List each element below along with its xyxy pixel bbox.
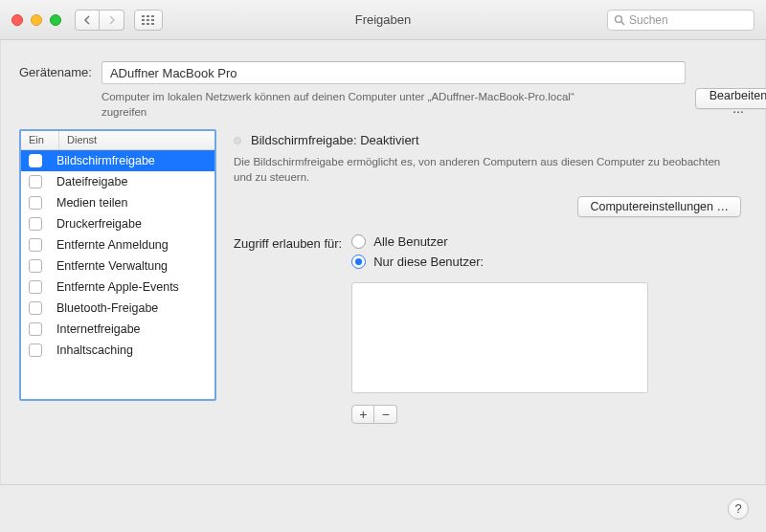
service-item[interactable]: Entfernte Verwaltung	[21, 255, 214, 277]
service-item-label: Medien teilen	[56, 196, 127, 210]
computer-settings-button[interactable]: Computereinstellungen …	[577, 196, 741, 217]
help-button[interactable]: ?	[728, 499, 749, 520]
column-service[interactable]: Dienst	[59, 131, 214, 149]
svg-rect-0	[142, 15, 145, 17]
checkbox-icon[interactable]	[29, 301, 42, 315]
device-name-row: Gerätename: Computer im lokalen Netzwerk…	[0, 40, 766, 125]
close-icon[interactable]	[11, 14, 23, 26]
search-field[interactable]	[607, 10, 755, 31]
service-list-panel: Ein Dienst BildschirmfreigabeDateifreiga…	[19, 129, 216, 401]
service-list[interactable]: BildschirmfreigabeDateifreigabeMedien te…	[21, 150, 214, 399]
back-button[interactable]	[75, 10, 100, 31]
radio-all-label: Alle Benutzer	[373, 234, 447, 249]
search-icon	[614, 14, 625, 26]
access-row: Zugriff erlauben für: Alle Benutzer Nur …	[234, 234, 747, 424]
device-name-input[interactable]	[101, 61, 686, 84]
add-remove-controls: + −	[351, 405, 648, 424]
checkbox-icon[interactable]	[29, 322, 42, 336]
service-list-header: Ein Dienst	[21, 131, 214, 150]
service-item[interactable]: Bluetooth-Freigabe	[21, 298, 214, 319]
radio-all-users[interactable]: Alle Benutzer	[351, 234, 648, 249]
column-on[interactable]: Ein	[21, 131, 59, 149]
service-item-label: Dateifreigabe	[56, 175, 127, 188]
forward-button[interactable]	[100, 10, 124, 31]
svg-rect-4	[146, 19, 149, 21]
minimize-icon[interactable]	[31, 14, 42, 26]
radio-only-label: Nur diese Benutzer:	[373, 255, 484, 269]
zoom-icon[interactable]	[50, 14, 61, 26]
svg-rect-5	[151, 19, 154, 21]
status-text: Bildschirmfreigabe: Deaktiviert	[251, 133, 419, 147]
svg-line-10	[621, 21, 624, 24]
checkbox-icon[interactable]	[29, 238, 42, 252]
service-item-label: Druckerfreigabe	[56, 217, 142, 231]
allowed-users-list[interactable]	[351, 282, 648, 393]
service-item-label: Internetfreigabe	[56, 322, 141, 336]
checkbox-icon[interactable]	[29, 217, 42, 231]
checkbox-icon[interactable]	[29, 175, 42, 188]
add-user-button[interactable]: +	[351, 405, 374, 424]
service-item[interactable]: Entfernte Apple-Events	[21, 277, 214, 298]
checkbox-icon[interactable]	[29, 154, 42, 167]
service-item[interactable]: Druckerfreigabe	[21, 213, 214, 234]
window-controls	[11, 14, 61, 26]
access-label: Zugriff erlauben für:	[234, 234, 342, 251]
radio-icon	[351, 255, 366, 269]
edit-hostname-button[interactable]: Bearbeiten …	[695, 88, 766, 109]
search-input[interactable]	[629, 13, 766, 27]
svg-rect-2	[151, 15, 154, 17]
radio-icon	[351, 234, 366, 249]
service-description: Die Bildschirmfreigabe ermöglicht es, vo…	[234, 155, 732, 185]
radio-only-users[interactable]: Nur diese Benutzer:	[351, 255, 648, 269]
service-item-label: Bildschirmfreigabe	[56, 154, 155, 167]
service-item[interactable]: Dateifreigabe	[21, 171, 214, 192]
device-name-label: Gerätename:	[19, 61, 92, 79]
service-item-label: Entfernte Verwaltung	[56, 259, 168, 273]
device-hint: Computer im lokalen Netzwerk können auf …	[101, 90, 609, 120]
checkbox-icon[interactable]	[29, 259, 42, 273]
checkbox-icon[interactable]	[29, 280, 42, 294]
service-item-label: Entfernte Apple-Events	[56, 280, 179, 294]
sharing-prefs-window: Freigaben Gerätename: Computer im lokale…	[0, 0, 766, 532]
status-indicator-icon	[234, 137, 241, 144]
service-item[interactable]: Medien teilen	[21, 192, 214, 213]
show-all-button[interactable]	[134, 10, 163, 31]
service-item-label: Entfernte Anmeldung	[56, 238, 169, 252]
titlebar: Freigaben	[0, 0, 766, 40]
svg-rect-6	[142, 23, 145, 25]
service-item-label: Inhaltscaching	[56, 344, 133, 357]
svg-rect-8	[151, 23, 154, 25]
checkbox-icon[interactable]	[29, 196, 42, 210]
svg-rect-7	[146, 23, 149, 25]
svg-rect-3	[142, 19, 145, 21]
service-item[interactable]: Internetfreigabe	[21, 319, 214, 340]
service-item[interactable]: Inhaltscaching	[21, 340, 214, 361]
svg-rect-1	[146, 15, 149, 17]
remove-user-button[interactable]: −	[374, 405, 397, 424]
detail-pane: Bildschirmfreigabe: Deaktiviert Die Bild…	[234, 129, 747, 471]
service-item[interactable]: Entfernte Anmeldung	[21, 234, 214, 255]
service-item-label: Bluetooth-Freigabe	[56, 301, 158, 315]
service-item[interactable]: Bildschirmfreigabe	[21, 150, 214, 171]
footer: ?	[0, 484, 766, 532]
checkbox-icon[interactable]	[29, 344, 42, 357]
nav-back-forward	[75, 10, 124, 31]
svg-point-9	[616, 15, 622, 22]
